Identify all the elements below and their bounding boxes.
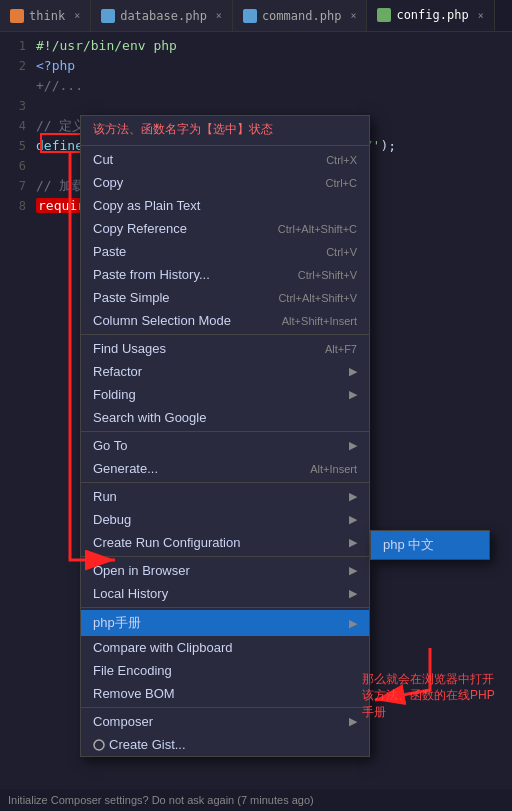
menu-create-run-config-arrow: ▶ [349,536,357,549]
submenu-php: php 中文 [370,530,490,560]
menu-copy-shortcut: Ctrl+C [326,177,357,189]
menu-paste-label: Paste [93,244,126,259]
context-top-label: 该方法、函数名字为【选中】状态 [93,122,273,136]
tab-config[interactable]: config.php × [367,0,494,31]
menu-refactor[interactable]: Refactor ▶ [81,360,369,383]
tab-label-database: database.php [120,9,207,23]
context-menu: 该方法、函数名字为【选中】状态 Cut Ctrl+X Copy Ctrl+C C… [80,115,370,757]
menu-remove-bom-label: Remove BOM [93,686,175,701]
menu-goto-arrow: ▶ [349,439,357,452]
menu-copy-reference-label: Copy Reference [93,221,187,236]
code-line-fold: +//... [0,76,512,96]
code-line-1: 1 #!/usr/bin/env php [0,36,512,56]
menu-cut-shortcut: Ctrl+X [326,154,357,166]
menu-local-history[interactable]: Local History ▶ [81,582,369,605]
menu-php-manual[interactable]: php手册 ▶ [81,610,369,636]
menu-copy-reference-shortcut: Ctrl+Alt+Shift+C [278,223,357,235]
menu-cut[interactable]: Cut Ctrl+X [81,148,369,171]
tab-command[interactable]: command.php × [233,0,368,31]
tab-database[interactable]: database.php × [91,0,233,31]
menu-divider-6 [81,707,369,708]
menu-php-manual-label: php手册 [93,614,141,632]
menu-local-history-arrow: ▶ [349,587,357,600]
menu-divider-4 [81,556,369,557]
menu-paste-simple-label: Paste Simple [93,290,170,305]
menu-copy-reference[interactable]: Copy Reference Ctrl+Alt+Shift+C [81,217,369,240]
menu-copy[interactable]: Copy Ctrl+C [81,171,369,194]
submenu-php-chinese-label: php 中文 [383,537,434,552]
menu-paste-simple[interactable]: Paste Simple Ctrl+Alt+Shift+V [81,286,369,309]
menu-goto-label: Go To [93,438,127,453]
menu-open-browser-arrow: ▶ [349,564,357,577]
menu-folding[interactable]: Folding ▶ [81,383,369,406]
menu-run[interactable]: Run ▶ [81,485,369,508]
menu-paste-history-shortcut: Ctrl+Shift+V [298,269,357,281]
menu-composer[interactable]: Composer ▶ [81,710,369,733]
menu-refactor-label: Refactor [93,364,142,379]
menu-search-google[interactable]: Search with Google [81,406,369,429]
menu-copy-plain[interactable]: Copy as Plain Text [81,194,369,217]
menu-cut-label: Cut [93,152,113,167]
tab-think[interactable]: think × [0,0,91,31]
menu-php-manual-arrow: ▶ [349,617,357,630]
menu-file-encoding[interactable]: File Encoding [81,659,369,682]
tab-close-database[interactable]: × [216,10,222,21]
menu-generate-label: Generate... [93,461,158,476]
menu-divider-5 [81,607,369,608]
menu-folding-arrow: ▶ [349,388,357,401]
menu-divider-3 [81,482,369,483]
menu-run-label: Run [93,489,117,504]
tab-close-think[interactable]: × [74,10,80,21]
menu-goto[interactable]: Go To ▶ [81,434,369,457]
menu-divider-0 [81,145,369,146]
menu-create-run-config[interactable]: Create Run Configuration ▶ [81,531,369,554]
menu-column-selection-label: Column Selection Mode [93,313,231,328]
tab-icon-think [10,9,24,23]
tab-icon-command [243,9,257,23]
menu-find-usages[interactable]: Find Usages Alt+F7 [81,337,369,360]
menu-find-usages-shortcut: Alt+F7 [325,343,357,355]
submenu-php-chinese[interactable]: php 中文 [371,531,489,559]
menu-remove-bom[interactable]: Remove BOM [81,682,369,705]
tab-bar: think × database.php × command.php × con… [0,0,512,32]
code-line-blank1: 3 [0,96,512,116]
menu-column-selection-shortcut: Alt+Shift+Insert [282,315,357,327]
menu-debug-arrow: ▶ [349,513,357,526]
menu-paste-simple-shortcut: Ctrl+Alt+Shift+V [278,292,357,304]
tab-icon-config [377,8,391,22]
menu-divider-2 [81,431,369,432]
menu-create-gist-label: Create Gist... [109,737,186,752]
tab-label-command: command.php [262,9,341,23]
github-icon [93,739,105,751]
menu-generate[interactable]: Generate... Alt+Insert [81,457,369,480]
menu-composer-arrow: ▶ [349,715,357,728]
context-menu-top-item: 该方法、函数名字为【选中】状态 [81,116,369,143]
menu-copy-plain-label: Copy as Plain Text [93,198,200,213]
tab-close-command[interactable]: × [350,10,356,21]
menu-compare-clipboard[interactable]: Compare with Clipboard [81,636,369,659]
menu-local-history-label: Local History [93,586,168,601]
menu-find-usages-label: Find Usages [93,341,166,356]
tab-label-think: think [29,9,65,23]
menu-divider-1 [81,334,369,335]
menu-paste-history[interactable]: Paste from History... Ctrl+Shift+V [81,263,369,286]
menu-column-selection[interactable]: Column Selection Mode Alt+Shift+Insert [81,309,369,332]
menu-debug-label: Debug [93,512,131,527]
menu-copy-label: Copy [93,175,123,190]
menu-create-gist[interactable]: Create Gist... [81,733,369,756]
menu-run-arrow: ▶ [349,490,357,503]
menu-refactor-arrow: ▶ [349,365,357,378]
tab-label-config: config.php [396,8,468,22]
menu-file-encoding-label: File Encoding [93,663,172,678]
annotation-text: 那么就会在浏览器中打开该方法、函数的在线PHP手册 [362,671,502,721]
menu-generate-shortcut: Alt+Insert [310,463,357,475]
code-line-2: 2 <?php [0,56,512,76]
menu-open-browser[interactable]: Open in Browser ▶ [81,559,369,582]
status-bar-text: Initialize Composer settings? Do not ask… [8,794,314,806]
tab-close-config[interactable]: × [478,10,484,21]
menu-paste[interactable]: Paste Ctrl+V [81,240,369,263]
menu-debug[interactable]: Debug ▶ [81,508,369,531]
menu-search-google-label: Search with Google [93,410,206,425]
status-bar: Initialize Composer settings? Do not ask… [0,789,512,811]
tab-icon-database [101,9,115,23]
